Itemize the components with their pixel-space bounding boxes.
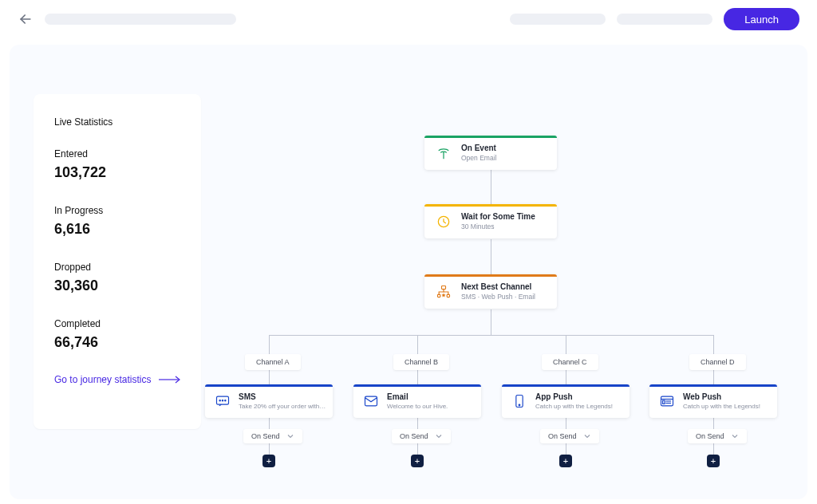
node-title: Next Best Channel	[461, 282, 535, 291]
stat-value: 103,722	[54, 164, 185, 181]
channel-label: Channel C	[542, 354, 598, 370]
channel-label: Channel B	[393, 354, 449, 370]
connector	[269, 418, 270, 429]
channel-apppush[interactable]: App Push Catch up with the Legends!	[502, 384, 630, 418]
node-title: On Event	[461, 144, 496, 152]
journey-canvas: Live Statistics Entered 103,722 In Progr…	[10, 45, 807, 499]
stat-inprogress: In Progress 6,616	[54, 205, 185, 238]
onsend-label: On Send	[400, 432, 428, 440]
node-sub: Catch up with the Legends!	[535, 403, 613, 410]
node-sub: 30 Minutes	[461, 222, 535, 230]
launch-button[interactable]: Launch	[724, 8, 799, 30]
svg-rect-2	[442, 285, 446, 289]
node-next-best-channel[interactable]: Next Best Channel SMS · Web Push · Email	[424, 274, 557, 309]
connector	[269, 335, 270, 354]
node-title: SMS	[239, 392, 326, 401]
chevron-down-icon	[286, 432, 294, 440]
email-icon	[363, 393, 379, 409]
connector	[491, 239, 491, 274]
node-sub: Welcome to our Hive.	[387, 403, 448, 410]
node-title: Web Push	[683, 392, 760, 401]
connector	[713, 335, 714, 354]
node-on-event[interactable]: On Event Open Email	[424, 136, 557, 170]
onsend-dropdown[interactable]: On Send	[243, 429, 302, 443]
node-wait[interactable]: Wait for Some Time 30 Minutes	[424, 204, 557, 238]
svg-rect-16	[663, 400, 665, 404]
node-accent	[424, 136, 557, 138]
topbar: Launch	[0, 0, 817, 38]
onsend-label: On Send	[548, 432, 577, 440]
svg-rect-9	[365, 396, 377, 406]
stat-label: Completed	[54, 318, 185, 329]
svg-point-11	[519, 404, 520, 406]
node-sub: Catch up with the Legends!	[683, 403, 760, 410]
stat-dropped: Dropped 30,360	[54, 262, 185, 294]
node-accent	[424, 204, 557, 207]
connector	[491, 170, 491, 204]
onsend-dropdown[interactable]: On Send	[688, 429, 747, 443]
node-sub: Open Email	[461, 154, 496, 162]
onsend-dropdown[interactable]: On Send	[392, 429, 451, 443]
stats-title: Live Statistics	[54, 116, 185, 128]
node-title: Wait for Some Time	[461, 212, 535, 221]
node-sub: SMS · Web Push · Email	[461, 293, 535, 301]
connector	[566, 418, 566, 429]
stat-value: 6,616	[54, 221, 185, 238]
add-step-button[interactable]: +	[559, 455, 572, 467]
node-title: App Push	[535, 392, 613, 401]
connector	[417, 418, 418, 429]
node-accent	[502, 384, 630, 387]
onsend-dropdown[interactable]: On Send	[540, 429, 599, 443]
placeholder-pill	[510, 14, 606, 25]
journey-statistics-link[interactable]: Go to journey statistics	[54, 374, 181, 385]
add-step-button[interactable]: +	[262, 455, 275, 467]
placeholder-pill	[617, 14, 712, 25]
chevron-down-icon	[583, 432, 591, 440]
connector	[417, 443, 418, 455]
channel-webpush[interactable]: Web Push Catch up with the Legends!	[649, 384, 777, 418]
node-accent	[424, 274, 557, 277]
phone-icon	[511, 393, 527, 409]
arrow-right-long-icon	[159, 376, 181, 384]
connector	[713, 443, 714, 455]
connector	[491, 309, 491, 335]
svg-rect-3	[438, 294, 440, 297]
stat-label: Entered	[54, 148, 185, 159]
broadcast-icon	[436, 145, 452, 161]
browser-icon	[659, 393, 675, 409]
connector	[269, 335, 713, 336]
spacer	[247, 14, 499, 25]
stat-label: Dropped	[54, 262, 185, 273]
add-step-button[interactable]: +	[411, 455, 424, 467]
svg-point-7	[222, 400, 223, 401]
connector	[566, 370, 566, 384]
channel-email[interactable]: Email Welcome to our Hive.	[353, 384, 481, 418]
connector	[417, 335, 418, 354]
svg-rect-4	[447, 294, 449, 297]
node-accent	[649, 384, 777, 387]
hierarchy-star-icon	[436, 284, 452, 300]
live-statistics-card: Live Statistics Entered 103,722 In Progr…	[34, 94, 201, 429]
chevron-down-icon	[731, 432, 739, 440]
stat-label: In Progress	[54, 205, 185, 216]
channel-label: Channel A	[245, 354, 301, 370]
onsend-label: On Send	[696, 432, 724, 440]
connector	[713, 418, 714, 429]
node-sub: Take 20% off your order with code ...	[239, 403, 326, 410]
stat-value: 66,746	[54, 334, 185, 351]
clock-icon	[436, 214, 452, 230]
connector	[566, 443, 566, 455]
chevron-down-icon	[435, 432, 443, 440]
node-accent	[205, 384, 333, 387]
placeholder-pill	[45, 14, 236, 25]
link-label: Go to journey statistics	[54, 374, 151, 385]
svg-point-8	[225, 400, 226, 401]
channel-sms[interactable]: SMS Take 20% off your order with code ..…	[205, 384, 333, 418]
connector	[566, 335, 566, 354]
node-accent	[353, 384, 481, 387]
connector	[269, 370, 270, 384]
stat-completed: Completed 66,746	[54, 318, 185, 351]
back-arrow-icon[interactable]	[18, 11, 34, 27]
stat-value: 30,360	[54, 278, 185, 294]
add-step-button[interactable]: +	[707, 455, 720, 467]
